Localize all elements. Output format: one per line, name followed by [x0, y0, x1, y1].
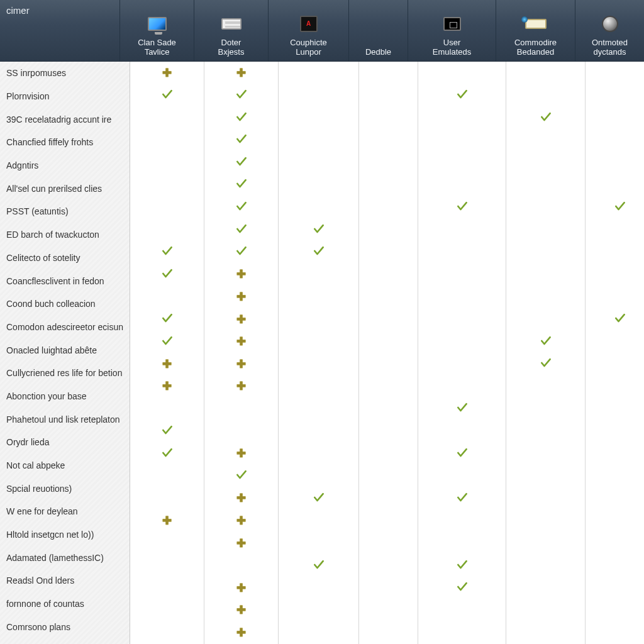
cell: ✚	[130, 375, 204, 398]
cell: ✚	[204, 621, 278, 644]
cell	[130, 621, 204, 644]
cell	[130, 196, 204, 219]
column-header-sublabel: Lunpor	[296, 48, 321, 57]
cell	[130, 599, 204, 622]
cell	[359, 465, 418, 487]
cell: ✚	[130, 62, 204, 84]
cell	[130, 106, 204, 129]
feature-label: Comodon adescireetor ecisun	[0, 316, 130, 339]
cell	[359, 442, 418, 465]
plus-icon: ✚	[236, 269, 246, 280]
cell	[279, 174, 358, 196]
cell	[586, 353, 644, 375]
cell	[279, 599, 358, 622]
cell	[204, 554, 278, 577]
column-header-user-emulateds[interactable]: UserEmulateds	[408, 0, 496, 61]
cell	[506, 532, 585, 555]
cell	[506, 599, 585, 622]
check-icon	[313, 491, 325, 506]
check-icon	[540, 335, 552, 349]
cell	[506, 196, 585, 219]
cell	[279, 129, 358, 152]
cell: ✚	[204, 532, 278, 555]
cell	[586, 532, 644, 555]
check-icon	[235, 111, 248, 125]
column-header-couphicte-lunpor[interactable]: ACouphicteLunpor	[268, 0, 348, 61]
cell	[586, 509, 644, 532]
check-icon	[235, 200, 248, 214]
feature-label: W ene for deylean	[0, 500, 130, 523]
cell	[130, 330, 204, 353]
cell	[279, 308, 358, 331]
cell	[586, 420, 644, 443]
cell	[359, 599, 418, 622]
feature-label: Adgntirs	[0, 154, 130, 177]
column-header-commodire-bedanded[interactable]: CommodireBedanded	[496, 0, 575, 61]
feature-label: PSST (eatuntis)	[0, 200, 130, 223]
feature-label: Adamated (lamethessIC)	[0, 546, 130, 569]
feature-label: Hltold insetgcn net lo))	[0, 523, 130, 547]
column-header-ontmoted-dyctands[interactable]: Ontmoteddyctands	[575, 0, 644, 61]
feature-label: SS inrpomuses	[0, 62, 130, 85]
cell	[279, 196, 358, 219]
cell	[130, 577, 204, 599]
cell	[506, 353, 585, 375]
data-column-clan-sade-tavlice: ✚✚✚✚	[130, 62, 204, 644]
cell	[586, 397, 644, 420]
feature-label: Phahetoul und lisk reteplaton	[0, 408, 130, 431]
feature-label: Not cal abpeke	[0, 454, 130, 477]
cell	[279, 286, 358, 308]
column-header-label: User	[443, 38, 460, 48]
cell	[359, 106, 418, 129]
column-header-sublabel: Bedanded	[517, 48, 554, 57]
feature-label: Cullycriened res life for betion	[0, 362, 130, 385]
cell	[506, 621, 585, 644]
cell	[586, 308, 644, 331]
cell	[204, 196, 278, 219]
cell	[279, 330, 358, 353]
column-header-sublabel: Tavlice	[145, 48, 170, 57]
column-header-doter-bxjests[interactable]: DoterBxjests	[194, 0, 268, 61]
cell	[204, 174, 278, 196]
data-columns: ✚✚✚✚✚✚✚✚✚✚✚✚✚✚✚✚✚✚	[130, 62, 644, 644]
cell	[279, 106, 358, 129]
cell	[130, 465, 204, 487]
cell	[130, 151, 204, 174]
cell	[418, 532, 506, 555]
plus-icon: ✚	[162, 67, 172, 79]
badge-icon: A	[295, 12, 323, 36]
cell	[359, 420, 418, 443]
check-icon	[614, 200, 626, 214]
column-header-dedble[interactable]: Dedble	[348, 0, 408, 61]
plus-icon: ✚	[236, 291, 246, 303]
cell	[586, 442, 644, 465]
plus-icon: ✚	[236, 67, 246, 79]
comparison-header: cimer Clan SadeTavliceDoterBxjestsACouph…	[0, 0, 644, 62]
column-header-sublabel: dyctands	[593, 48, 626, 57]
check-icon	[235, 469, 248, 483]
check-icon	[235, 177, 248, 192]
feature-label-column: SS inrpomusesPlornvision39C recelatadrig…	[0, 62, 130, 644]
cell	[586, 577, 644, 599]
cell	[279, 577, 358, 599]
cell	[418, 263, 506, 286]
cell	[204, 397, 278, 420]
cell	[204, 129, 278, 152]
cell	[130, 129, 204, 152]
cell	[359, 308, 418, 331]
plus-icon: ✚	[236, 538, 246, 549]
check-icon	[313, 558, 325, 573]
cell	[506, 241, 585, 264]
cell: ✚	[130, 353, 204, 375]
cell	[359, 84, 418, 107]
cell	[279, 487, 358, 510]
cell	[586, 196, 644, 219]
cell: ✚	[204, 577, 278, 599]
column-header-clan-sade-tavlice[interactable]: Clan SadeTavlice	[119, 0, 194, 61]
cell	[418, 442, 506, 465]
feature-label: Pestial cluratied	[0, 638, 130, 644]
cell	[130, 286, 204, 308]
cell	[506, 174, 585, 196]
cell	[506, 577, 585, 599]
cell	[130, 218, 204, 241]
